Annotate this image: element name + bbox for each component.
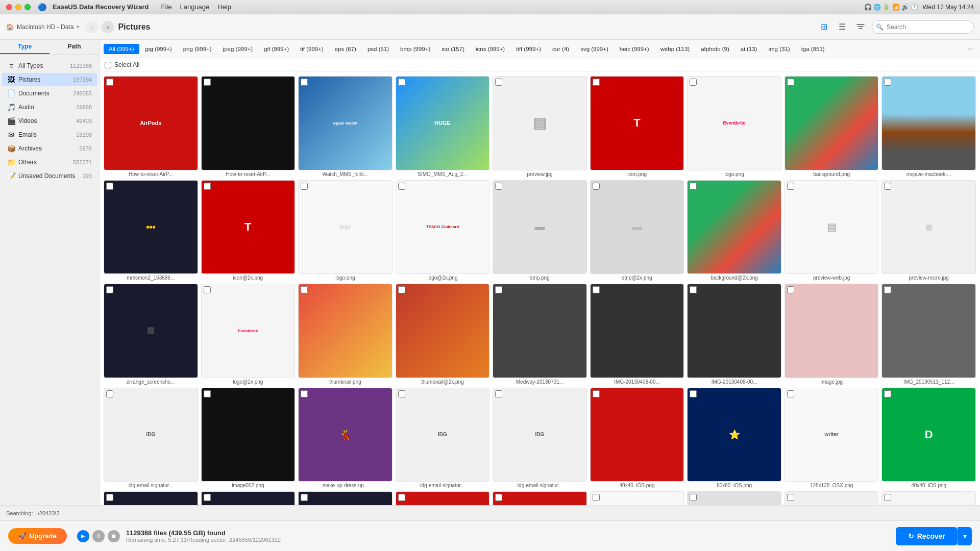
- menu-file[interactable]: File: [161, 3, 172, 11]
- list-item[interactable]: ⬛ arrange_screensho...: [201, 491, 296, 505]
- list-item[interactable]: D 40x40_iOS.png: [881, 388, 976, 489]
- image-checkbox[interactable]: [106, 390, 113, 397]
- image-checkbox[interactable]: [593, 79, 600, 86]
- list-item[interactable]: ▤ preview-micro.jpg: [881, 180, 976, 281]
- list-item[interactable]: Medway-20130731...: [493, 284, 587, 385]
- list-item[interactable]: IDG idg-email-signatur...: [104, 388, 198, 489]
- list-item[interactable]: ⬛ arrange_screensho...: [104, 284, 198, 385]
- image-checkbox[interactable]: [495, 79, 502, 86]
- list-item[interactable]: IMG_20130513_112...: [881, 284, 976, 385]
- filter-tab-gif[interactable]: gif (999+): [259, 44, 294, 54]
- image-checkbox[interactable]: [593, 183, 600, 190]
- filter-tab-bmp[interactable]: bmp (999+): [395, 44, 435, 54]
- filter-tab-png[interactable]: png (999+): [178, 44, 217, 54]
- image-checkbox[interactable]: [884, 183, 891, 190]
- sidebar-item-documents[interactable]: 📄 Documents 246065: [2, 87, 97, 100]
- list-item[interactable]: T icon.png: [590, 76, 684, 177]
- sidebar-item-unsaved[interactable]: 📝 Unsaved Documents 193: [2, 169, 97, 183]
- image-checkbox[interactable]: [301, 286, 308, 293]
- search-input[interactable]: [872, 20, 974, 34]
- filter-tab-tga[interactable]: tga (851): [796, 44, 830, 54]
- image-checkbox[interactable]: [787, 286, 794, 293]
- list-item[interactable]: Eventbrite logo.png: [687, 76, 781, 177]
- sidebar-item-others[interactable]: 📁 Others 582371: [2, 156, 97, 169]
- upgrade-button[interactable]: 🚀 Upgrade: [8, 528, 67, 544]
- image-checkbox[interactable]: [204, 286, 211, 293]
- image-checkbox[interactable]: [884, 390, 891, 397]
- sidebar-item-videos[interactable]: 🎬 Videos 49403: [2, 114, 97, 128]
- list-item[interactable]: Apple Watch Watch_MMS_follo...: [298, 76, 393, 177]
- list-item[interactable]: ▬ strip@2x.png: [590, 180, 684, 281]
- filter-tab-jpg[interactable]: jpg (999+): [140, 44, 177, 54]
- image-checkbox[interactable]: [690, 390, 697, 397]
- image-checkbox[interactable]: [398, 494, 405, 501]
- list-item[interactable]: IDG idg-email-signatur...: [396, 388, 490, 489]
- image-checkbox[interactable]: [301, 183, 308, 190]
- list-item[interactable]: How-to-reset-AirP...: [201, 76, 296, 177]
- list-item[interactable]: writer 128x128_OSX.png: [785, 388, 879, 489]
- image-checkbox[interactable]: [593, 286, 600, 293]
- image-checkbox[interactable]: [690, 79, 697, 86]
- filter-tab-img[interactable]: img (31): [763, 44, 795, 54]
- list-item[interactable]: IDG idg-email-signatur...: [493, 388, 587, 489]
- back-button[interactable]: ‹: [85, 21, 97, 33]
- image-checkbox[interactable]: [106, 494, 113, 501]
- list-item[interactable]: Image.jpg: [785, 284, 879, 385]
- list-item[interactable]: background.png: [785, 76, 879, 177]
- sidebar-item-emails[interactable]: ✉ Emails 18198: [2, 128, 97, 141]
- list-item[interactable]: image002.png: [201, 388, 296, 489]
- image-checkbox[interactable]: [690, 494, 697, 501]
- menu-language[interactable]: Language: [180, 3, 209, 11]
- list-item[interactable]: IMG-20130408-00...: [590, 284, 684, 385]
- list-item[interactable]: mojave-macbook-...: [881, 76, 976, 177]
- image-checkbox[interactable]: [398, 79, 405, 86]
- image-checkbox[interactable]: [204, 494, 211, 501]
- tab-path[interactable]: Path: [50, 40, 99, 54]
- more-filter-icon[interactable]: ⋯: [966, 45, 976, 53]
- image-checkbox[interactable]: [884, 286, 891, 293]
- maximize-button[interactable]: [24, 4, 31, 10]
- list-item[interactable]: 40x40_iOS.png: [590, 388, 684, 489]
- list-item[interactable]: AirPods How-to-reset-AirP...: [104, 76, 198, 177]
- minimize-button[interactable]: [15, 4, 21, 10]
- filter-tab-webp[interactable]: webp (113): [655, 44, 695, 54]
- list-item[interactable]: 120x120_iOS.png: [493, 491, 587, 505]
- filter-tab-psd[interactable]: psd (51): [362, 44, 394, 54]
- list-item[interactable]: HUGE SIMO_MMS_Aug_2...: [396, 76, 490, 177]
- list-item[interactable]: w 16x16_OSX.png: [687, 491, 781, 505]
- image-checkbox[interactable]: [204, 183, 211, 190]
- filter-tab-tif[interactable]: tif (999+): [295, 44, 329, 54]
- list-item[interactable]: TESCO Clubcard logo@2x.png: [396, 180, 490, 281]
- filter-tab-ico[interactable]: ico (157): [436, 44, 470, 54]
- list-item[interactable]: Eventbrite logo@2x.png: [201, 284, 296, 385]
- image-checkbox[interactable]: [398, 183, 405, 190]
- filter-tab-cur[interactable]: cur (4): [547, 44, 574, 54]
- list-item[interactable]: IMG-20130408-00...: [687, 284, 781, 385]
- recover-dropdown-button[interactable]: ▾: [958, 527, 972, 545]
- list-item[interactable]: writer 32x32_OSX.png: [785, 491, 879, 505]
- forward-button[interactable]: ›: [102, 21, 114, 33]
- image-checkbox[interactable]: [301, 494, 308, 501]
- list-item[interactable]: ⬛ arrange_screensho...: [104, 491, 198, 505]
- progress-pause-button[interactable]: ⏸: [92, 530, 105, 542]
- image-checkbox[interactable]: [301, 79, 308, 86]
- list-item[interactable]: ⬛ arrange_screensho...: [298, 491, 393, 505]
- menu-help[interactable]: Help: [217, 3, 231, 11]
- list-item[interactable]: ▤ preview-web.jpg: [785, 180, 879, 281]
- list-item[interactable]: ■■■ mmsmon2_153686...: [104, 180, 198, 281]
- image-checkbox[interactable]: [593, 390, 600, 397]
- sidebar-item-archives[interactable]: 📦 Archives 5876: [2, 142, 97, 155]
- filter-tab-all[interactable]: All (999+): [104, 44, 139, 54]
- filter-tab-afphoto[interactable]: afphoto (9): [696, 44, 734, 54]
- tab-type[interactable]: Type: [0, 40, 50, 54]
- recover-button[interactable]: ↻ Recover: [896, 527, 958, 545]
- list-item[interactable]: ⭐ 80x80_iOS.png: [687, 388, 781, 489]
- list-item[interactable]: logo logo.png: [298, 180, 393, 281]
- image-checkbox[interactable]: [495, 390, 502, 397]
- filter-tab-icns[interactable]: icns (999+): [471, 44, 510, 54]
- sidebar-item-pictures[interactable]: 🖼 Pictures 197394: [2, 73, 97, 86]
- list-item[interactable]: writer 256x256_OSX.png: [590, 491, 684, 505]
- image-checkbox[interactable]: [884, 79, 891, 86]
- list-item[interactable]: 80x80_iOS.png: [396, 491, 490, 505]
- image-checkbox[interactable]: [690, 286, 697, 293]
